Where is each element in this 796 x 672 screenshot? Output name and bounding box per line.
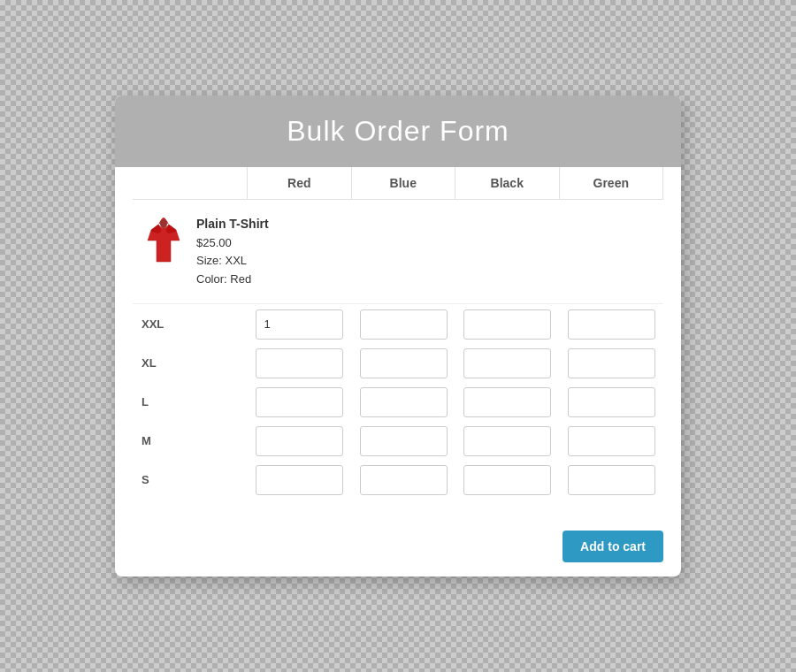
size-label-m: M bbox=[133, 434, 248, 447]
product-color: Color: Red bbox=[196, 271, 269, 289]
qty-cell-s-red bbox=[248, 463, 352, 497]
qty-cell-xxl-blue bbox=[352, 308, 456, 341]
size-row-xl: XL bbox=[133, 347, 663, 380]
qty-cell-xl-blue bbox=[352, 347, 456, 380]
qty-input-m-green[interactable] bbox=[568, 426, 655, 456]
qty-cell-l-black bbox=[455, 386, 560, 419]
form-footer: Add to cart bbox=[115, 520, 681, 577]
size-row-xxl: XXL bbox=[133, 308, 663, 341]
qty-cell-m-black bbox=[455, 424, 560, 458]
qty-cell-m-red bbox=[248, 424, 352, 458]
qty-input-xxl-blue[interactable] bbox=[360, 309, 448, 340]
qty-input-l-blue[interactable] bbox=[360, 387, 448, 417]
qty-cell-s-black bbox=[455, 463, 560, 497]
qty-cell-s-blue bbox=[352, 463, 456, 497]
qty-input-m-black[interactable] bbox=[463, 426, 551, 456]
column-headers: Red Blue Black Green bbox=[133, 167, 663, 200]
size-label-l: L bbox=[133, 395, 248, 409]
product-row: Plain T-Shirt $25.00 Size: XXL Color: Re… bbox=[133, 200, 663, 304]
qty-input-s-green[interactable] bbox=[568, 465, 655, 495]
size-label-xl: XL bbox=[133, 356, 248, 370]
qty-input-xxl-green[interactable] bbox=[568, 309, 655, 340]
form-body: Red Blue Black Green bbox=[115, 167, 681, 520]
qty-input-l-red[interactable] bbox=[256, 387, 343, 417]
qty-input-l-black[interactable] bbox=[463, 387, 551, 417]
qty-input-s-red[interactable] bbox=[256, 465, 343, 495]
product-name: Plain T-Shirt bbox=[196, 214, 269, 233]
size-row-s: S bbox=[133, 463, 663, 497]
qty-cell-s-green bbox=[560, 463, 664, 497]
product-price: $25.00 bbox=[196, 234, 269, 253]
qty-input-m-blue[interactable] bbox=[360, 426, 448, 456]
qty-cell-l-blue bbox=[352, 386, 456, 419]
qty-cell-xl-green bbox=[560, 347, 664, 380]
qty-input-s-blue[interactable] bbox=[360, 465, 448, 495]
qty-input-xl-blue[interactable] bbox=[360, 348, 448, 378]
qty-input-xxl-black[interactable] bbox=[463, 309, 551, 340]
product-info: Plain T-Shirt $25.00 Size: XXL Color: Re… bbox=[196, 214, 269, 289]
col-header-empty bbox=[133, 167, 248, 199]
add-to-cart-button[interactable]: Add to cart bbox=[563, 531, 663, 562]
qty-cell-m-green bbox=[560, 424, 664, 458]
col-header-red: Red bbox=[248, 167, 352, 199]
qty-input-l-green[interactable] bbox=[568, 387, 655, 417]
qty-cell-xxl-red bbox=[248, 308, 352, 341]
qty-cell-m-blue bbox=[352, 424, 456, 458]
qty-cell-xxl-green bbox=[560, 308, 664, 341]
form-header: Bulk Order Form bbox=[115, 95, 681, 167]
qty-input-s-black[interactable] bbox=[463, 465, 551, 495]
qty-cell-l-green bbox=[560, 386, 664, 419]
qty-cell-xl-red bbox=[248, 347, 352, 380]
col-header-black: Black bbox=[455, 167, 560, 199]
qty-cell-xxl-black bbox=[455, 308, 560, 341]
qty-input-xl-red[interactable] bbox=[256, 348, 343, 378]
size-row-l: L bbox=[133, 386, 663, 419]
col-header-green: Green bbox=[560, 167, 664, 199]
size-quantity-grid: XXL XL bbox=[133, 304, 663, 497]
svg-point-0 bbox=[160, 219, 167, 228]
qty-input-xl-green[interactable] bbox=[568, 348, 655, 378]
size-row-m: M bbox=[133, 424, 663, 458]
product-image bbox=[142, 214, 186, 267]
qty-cell-l-red bbox=[248, 386, 352, 419]
product-size: Size: XXL bbox=[196, 252, 269, 271]
qty-input-xl-black[interactable] bbox=[463, 348, 551, 378]
qty-input-m-red[interactable] bbox=[256, 426, 343, 456]
qty-input-xxl-red[interactable] bbox=[256, 309, 343, 340]
bulk-order-form: Bulk Order Form Red Blue Black Green bbox=[115, 95, 681, 577]
form-title: Bulk Order Form bbox=[133, 115, 663, 148]
product-image-svg bbox=[144, 216, 183, 265]
size-label-s: S bbox=[133, 473, 248, 486]
size-label-xxl: XXL bbox=[133, 317, 248, 331]
col-header-blue: Blue bbox=[352, 167, 456, 199]
qty-cell-xl-black bbox=[455, 347, 560, 380]
